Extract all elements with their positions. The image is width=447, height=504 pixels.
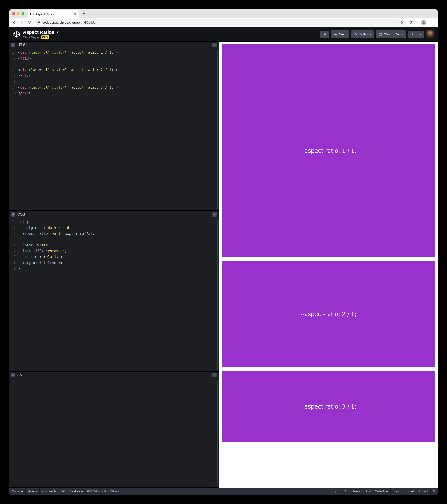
kebab-menu-icon[interactable] — [430, 20, 434, 25]
preview-box: --aspect-ratio: 3 / 1; — [222, 371, 435, 442]
shortcuts-button[interactable]: ⌘ — [59, 488, 68, 495]
comments-button[interactable]: Comments — [40, 488, 59, 495]
svg-marker-23 — [335, 490, 338, 492]
profile-icon[interactable] — [421, 20, 426, 25]
codepen-app: Aspect Ratios Chris Coyier PRO Save — [9, 27, 438, 495]
codepen-logo-icon[interactable] — [13, 30, 21, 38]
footer-star-icon[interactable] — [332, 488, 341, 495]
preview-pane: --aspect-ratio: 1 / 1;--aspect-ratio: 2 … — [219, 41, 438, 487]
svg-point-19 — [13, 214, 14, 215]
codepen-favicon-icon — [30, 12, 34, 16]
css-collapse-icon[interactable] — [212, 212, 217, 216]
back-button[interactable] — [12, 20, 17, 25]
html-panel: HTML 12345678 <div class="el" style="--a… — [9, 41, 219, 211]
svg-point-17 — [13, 45, 14, 46]
pro-badge: PRO — [41, 36, 49, 39]
embed-button[interactable]: Embed — [402, 488, 416, 495]
browser-tab[interactable]: Aspect Ratios × — [28, 10, 79, 18]
svg-marker-16 — [419, 34, 421, 35]
heart-button[interactable] — [320, 31, 329, 38]
pen-title: Aspect Ratios — [23, 30, 54, 35]
js-panel: JS 1 — [9, 372, 219, 487]
app-header: Aspect Ratios Chris Coyier PRO Save — [9, 27, 438, 41]
user-avatar[interactable] — [426, 30, 434, 38]
footer-bar: Console Assets Comments ⌘ Last saved les… — [9, 487, 438, 495]
js-settings-icon[interactable] — [11, 373, 16, 377]
minimize-window-button[interactable] — [17, 12, 20, 15]
pen-author[interactable]: Chris Coyier — [23, 36, 40, 39]
svg-rect-14 — [379, 33, 381, 36]
svg-point-6 — [411, 21, 412, 22]
new-tab-button[interactable]: + — [81, 11, 87, 17]
svg-marker-22 — [214, 375, 215, 376]
preview-box: --aspect-ratio: 2 / 1; — [222, 261, 435, 367]
js-editor[interactable]: 1 — [9, 379, 219, 487]
tab-title: Aspect Ratios — [36, 12, 54, 16]
svg-point-21 — [13, 375, 14, 376]
info-icon[interactable] — [410, 20, 414, 25]
css-editor[interactable]: 123456789 .el { background: darkorchid; … — [9, 218, 219, 371]
fork-button[interactable]: Fork — [391, 488, 402, 495]
maximize-window-button[interactable] — [22, 12, 24, 15]
url-text: codepen.io/chriscoyier/pen/rNOqdJd — [42, 21, 95, 24]
close-tab-icon[interactable]: × — [73, 12, 77, 16]
lock-icon — [37, 21, 41, 24]
window-controls — [11, 12, 26, 16]
assets-button[interactable]: Assets — [26, 488, 40, 495]
edit-title-icon[interactable] — [56, 30, 60, 35]
css-panel: CSS 123456789 .el { background: darkorch… — [9, 211, 219, 371]
forward-button[interactable] — [20, 20, 24, 25]
js-collapse-icon[interactable] — [212, 373, 217, 377]
browser-window: Aspect Ratios × + codepen.io/chriscoyier… — [9, 9, 438, 495]
change-view-label: Change View — [384, 32, 403, 36]
svg-point-10 — [431, 23, 432, 24]
css-settings-icon[interactable] — [11, 212, 16, 216]
address-bar[interactable]: codepen.io/chriscoyier/pen/rNOqdJd — [35, 19, 406, 26]
js-panel-label: JS — [17, 373, 22, 377]
settings-button[interactable]: Settings — [351, 30, 374, 38]
console-button[interactable]: Console — [9, 488, 26, 495]
settings-label: Settings — [359, 32, 371, 36]
change-view-button[interactable]: Change View — [376, 30, 406, 38]
svg-marker-20 — [214, 214, 215, 215]
reload-button[interactable] — [27, 20, 32, 25]
html-settings-icon[interactable] — [11, 43, 16, 47]
export-button[interactable]: Export — [416, 488, 430, 495]
preview-box: --aspect-ratio: 1 / 1; — [222, 44, 435, 257]
main-area: HTML 12345678 <div class="el" style="--a… — [9, 41, 438, 487]
share-button[interactable]: S — [430, 488, 438, 495]
svg-point-7 — [423, 21, 424, 22]
html-collapse-icon[interactable] — [212, 43, 217, 47]
pin-dropdown-button[interactable] — [416, 31, 424, 38]
svg-point-9 — [431, 22, 432, 22]
close-window-button[interactable] — [12, 12, 15, 15]
browser-tabstrip: Aspect Ratios × + — [9, 9, 438, 18]
svg-marker-18 — [214, 45, 215, 46]
footer-popout-icon[interactable] — [341, 488, 349, 495]
save-status: Last saved less than a minute ago — [68, 490, 332, 493]
save-button[interactable]: Save — [331, 30, 349, 38]
html-editor[interactable]: 12345678 <div class="el" style="--aspect… — [9, 49, 219, 211]
editor-column: HTML 12345678 <div class="el" style="--a… — [9, 41, 219, 487]
html-panel-label: HTML — [17, 43, 28, 47]
svg-point-8 — [431, 21, 432, 22]
css-panel-label: CSS — [17, 212, 25, 216]
star-icon[interactable] — [399, 20, 403, 25]
svg-marker-3 — [400, 21, 403, 24]
save-label: Save — [339, 32, 346, 36]
add-to-collection-button[interactable]: Add to Collection — [363, 488, 391, 495]
pin-button[interactable] — [408, 31, 416, 38]
browser-toolbar: codepen.io/chriscoyier/pen/rNOqdJd | — [9, 18, 438, 27]
delete-button[interactable]: Delete — [349, 488, 363, 495]
